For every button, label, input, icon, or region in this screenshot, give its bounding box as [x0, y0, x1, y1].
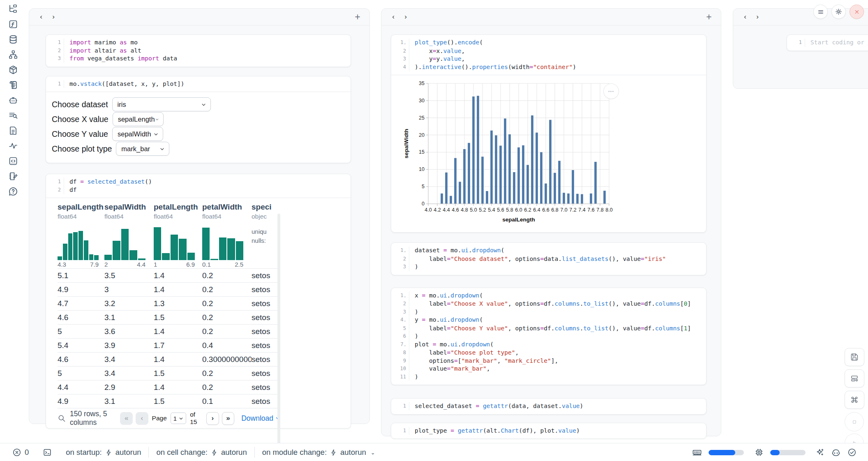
stop-button[interactable]: [845, 412, 864, 431]
memory-usage[interactable]: [692, 447, 744, 457]
bar[interactable]: [563, 193, 565, 204]
code-line[interactable]: 2import altair as alt: [46, 47, 351, 55]
fold-chevron-icon[interactable]: ⌄: [404, 41, 406, 45]
next-page-button[interactable]: ›: [206, 412, 219, 425]
table-row[interactable]: 4.931.40.2setos: [58, 282, 280, 296]
add-cell-button[interactable]: +: [703, 11, 715, 23]
dropdown-select[interactable]: iris: [112, 97, 211, 111]
settings-gear-button[interactable]: [831, 5, 846, 19]
code-line[interactable]: 5 label="Choose Y value", options=df.col…: [391, 325, 706, 333]
cell-plot-type[interactable]: 1plot_type = getattr(alt.Chart(df), plot…: [391, 423, 706, 439]
dropdown-select[interactable]: sepalWidth: [112, 127, 163, 141]
bar[interactable]: [567, 194, 570, 204]
bar[interactable]: [477, 96, 479, 204]
dependency-graph-icon[interactable]: [7, 48, 19, 61]
bar[interactable]: [522, 145, 524, 204]
download-button[interactable]: Download: [241, 414, 280, 423]
bar[interactable]: [531, 115, 533, 204]
code-editor-dataset[interactable]: 1⌄dataset = mo.ui.dropdown(2 label="Choo…: [391, 243, 706, 275]
bar[interactable]: [504, 118, 506, 204]
file-tree-icon[interactable]: [7, 3, 19, 15]
fold-chevron-icon[interactable]: ⌄: [404, 318, 406, 322]
code-line[interactable]: 2 label="Choose dataset", options=data.l…: [391, 255, 706, 263]
code-editor-plottype[interactable]: 1plot_type = getattr(alt.Chart(df), plot…: [391, 423, 706, 439]
column-right-button[interactable]: ›: [47, 11, 60, 23]
code-line[interactable]: 1⌄dataset = mo.ui.dropdown(: [391, 247, 706, 255]
code-line[interactable]: 3 y=y.value,: [391, 55, 706, 63]
chatbot-icon[interactable]: [7, 94, 19, 106]
code-editor-vstack[interactable]: 1mo.vstack([dataset, x, y, plot]): [46, 76, 351, 92]
table-row[interactable]: 5.13.51.40.2setos: [58, 268, 280, 282]
code-line[interactable]: 8 label="Choose plot type",: [391, 349, 706, 357]
bar[interactable]: [576, 194, 579, 204]
cell-empty-ai[interactable]: 1Start coding or generate with AI: [787, 35, 868, 51]
bar[interactable]: [472, 97, 475, 204]
code-line[interactable]: 1mo.vstack([dataset, x, y, plot]): [46, 80, 351, 88]
fold-chevron-icon[interactable]: ⌄: [404, 249, 406, 253]
run-mode-toggle[interactable]: on cell change:autorun: [156, 448, 247, 457]
bar[interactable]: [558, 161, 561, 204]
cell-dataframe[interactable]: 1df = selected_dataset()2df sepalLengthf…: [46, 174, 351, 429]
code-editor-ai-placeholder[interactable]: 1Start coding or generate with AI: [787, 35, 868, 51]
database-icon[interactable]: [7, 33, 19, 46]
table-scrollbar[interactable]: [277, 214, 280, 444]
code-line[interactable]: 3from vega_datasets import data: [46, 55, 351, 63]
scratchpad-icon[interactable]: [7, 170, 19, 182]
bar[interactable]: [495, 135, 497, 204]
cell-vstack[interactable]: 1mo.vstack([dataset, x, y, plot]) Choose…: [46, 76, 351, 164]
bar[interactable]: [490, 131, 493, 204]
bar[interactable]: [486, 191, 488, 204]
bar[interactable]: [468, 143, 470, 204]
error-count-indicator[interactable]: 0: [12, 448, 29, 457]
bar[interactable]: [581, 194, 583, 204]
column-left-button[interactable]: ‹: [739, 11, 751, 23]
table-column-header[interactable]: speciobjecuniqunulls:: [252, 202, 280, 268]
code-line[interactable]: 1import marimo as mo: [46, 39, 351, 47]
cell-xy-plot-dropdowns[interactable]: 1⌄x = mo.ui.dropdown(2 label="Choose X v…: [391, 288, 706, 385]
cell-selected-dataset[interactable]: 1selected_dataset = getattr(data, datase…: [391, 398, 706, 415]
code-line[interactable]: 4).interactive().properties(width="conta…: [391, 63, 706, 71]
help-icon[interactable]: [7, 185, 19, 198]
bar[interactable]: [445, 173, 448, 204]
code-line[interactable]: 1Start coding or generate with AI: [787, 39, 868, 47]
shutdown-close-button[interactable]: [850, 5, 864, 19]
table-column-header[interactable]: petalLengthfloat6416.9: [154, 202, 202, 268]
bar[interactable]: [536, 133, 538, 204]
package-icon[interactable]: [7, 64, 19, 76]
code-editor-df[interactable]: 1df = selected_dataset()2df: [46, 174, 351, 198]
cell-dataset-dropdown[interactable]: 1⌄dataset = mo.ui.dropdown(2 label="Choo…: [391, 242, 706, 275]
table-row[interactable]: 4.63.41.40.30000000000000004setos: [58, 352, 280, 366]
terminal-button[interactable]: [43, 448, 52, 457]
log-search-icon[interactable]: [7, 109, 19, 122]
code-editor-selected[interactable]: 1selected_dataset = getattr(data, datase…: [391, 399, 706, 414]
dropdown-select[interactable]: sepalLength: [113, 112, 164, 126]
connection-status-button[interactable]: [847, 448, 856, 457]
bar[interactable]: [463, 149, 466, 204]
keyboard-shortcuts-button[interactable]: [845, 391, 864, 409]
code-line[interactable]: 2 label="Choose X value", options=df.col…: [391, 300, 706, 308]
bar[interactable]: [508, 134, 511, 204]
save-button[interactable]: [845, 348, 864, 366]
scroll-icon[interactable]: [7, 79, 19, 91]
cell-plot[interactable]: 1⌄plot_type().encode(2 x=x.value,3 y=y.v…: [391, 35, 706, 233]
table-row[interactable]: 5.43.91.70.4setos: [58, 338, 280, 352]
dropdown-select[interactable]: mark_bar: [116, 142, 169, 156]
table-row[interactable]: 53.61.40.2setos: [58, 324, 280, 338]
code-line[interactable]: 6): [391, 332, 706, 341]
document-icon[interactable]: [7, 124, 19, 137]
column-right-button[interactable]: ›: [399, 11, 412, 23]
table-column-header[interactable]: sepalWidthfloat6424.4: [104, 202, 154, 268]
code-line[interactable]: 3): [391, 263, 706, 271]
bar[interactable]: [590, 194, 592, 204]
fold-chevron-icon[interactable]: ⌄: [404, 294, 406, 298]
code-line[interactable]: 7⌄plot = mo.ui.dropdown(: [391, 341, 706, 349]
bar[interactable]: [603, 191, 606, 204]
column-left-button[interactable]: ‹: [387, 11, 399, 23]
bar[interactable]: [572, 170, 574, 204]
table-row[interactable]: 4.73.21.30.2setos: [58, 296, 280, 310]
bar[interactable]: [513, 172, 515, 204]
bar[interactable]: [549, 120, 552, 204]
altair-bar-chart[interactable]: 4.04.24.44.64.85.05.25.45.65.86.06.26.46…: [403, 77, 633, 230]
bar[interactable]: [450, 196, 452, 204]
cell-imports[interactable]: 1import marimo as mo2import altair as al…: [46, 35, 351, 67]
